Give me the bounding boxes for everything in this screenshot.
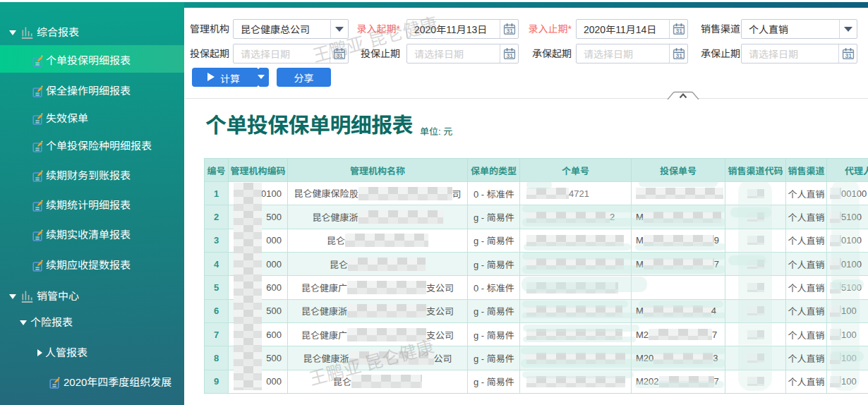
svg-text:31: 31	[506, 52, 513, 59]
svg-text:31: 31	[845, 52, 852, 59]
svg-text:31: 31	[506, 28, 513, 35]
svg-text:31: 31	[675, 52, 682, 59]
svg-text:31: 31	[675, 28, 682, 35]
